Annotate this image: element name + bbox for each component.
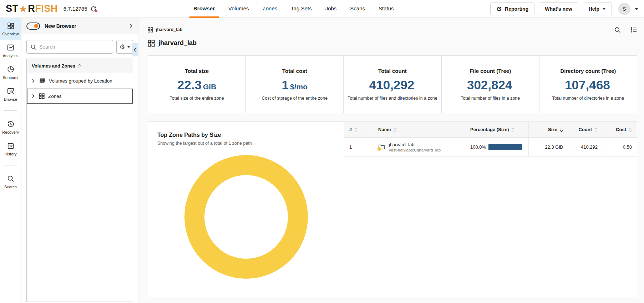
zone-path: vast-holylabs:C/jharvard_lab	[389, 148, 441, 152]
tree-item-label: Zones	[48, 94, 62, 99]
tab-tag-sets[interactable]: Tag Sets	[284, 0, 318, 18]
new-browser-header: New Browser	[21, 18, 138, 34]
chart-title: Top Zone Paths by Size	[157, 132, 335, 138]
tree-item-volumes-grouped-by-location[interactable]: Volumes grouped by Location	[27, 73, 133, 89]
sidebar-item-recovery[interactable]: Recovery	[0, 116, 21, 138]
version-number: 6.7.12785	[64, 6, 87, 12]
logo-text-st: ST	[6, 3, 19, 14]
stat-desc: Cost of storage of the entire zone	[262, 96, 328, 101]
tree-item-zones[interactable]: Zones	[27, 89, 133, 104]
external-link-icon	[496, 6, 502, 12]
panel-search-input[interactable]	[39, 44, 109, 50]
sidebar-label-browse: Browse	[4, 97, 17, 101]
header-actions: Reporting What's new Help S	[490, 3, 638, 15]
avatar-chevron-down-icon[interactable]	[635, 8, 638, 10]
search-icon	[7, 175, 15, 183]
cell-index: 1	[344, 138, 373, 156]
cell-cost: 0.58	[603, 138, 637, 156]
sunburst-icon	[7, 65, 15, 73]
sidebar-label-analytics: Analytics	[2, 54, 18, 58]
top-zone-paths-card: Top Zone Paths by Size Showing the large…	[148, 121, 637, 297]
chevron-down-icon	[602, 8, 606, 10]
volumes-zones-tree: Volumes and Zones Volumes grouped by Loc…	[26, 59, 133, 302]
tab-volumes[interactable]: Volumes	[222, 0, 256, 18]
search-input-icon	[30, 44, 36, 50]
panel-collapse-tab[interactable]	[132, 43, 138, 56]
chart-subtitle: Showing the largest out of a total of 1 …	[157, 141, 335, 146]
stat-directory-count-tree: Directory count (Tree) 107,468 Total num…	[539, 56, 637, 113]
sidebar-label-search: Search	[4, 185, 17, 189]
new-browser-toggle[interactable]	[26, 23, 40, 30]
sidebar-label-recovery: Recovery	[2, 130, 19, 134]
top-zone-paths-chart-pane: Top Zone Paths by Size Showing the large…	[148, 122, 344, 297]
stat-label: Total count	[378, 68, 407, 74]
sidebar-item-history[interactable]: History	[0, 138, 21, 160]
sort-icon	[78, 64, 81, 68]
logo-text-r: R	[28, 3, 35, 14]
chevron-right-icon[interactable]	[31, 79, 35, 83]
user-avatar[interactable]: S	[618, 3, 630, 15]
zone-name[interactable]: jharvard_lab	[389, 142, 441, 147]
analytics-icon	[7, 44, 15, 51]
tab-jobs[interactable]: Jobs	[319, 0, 344, 18]
tab-zones[interactable]: Zones	[256, 0, 284, 18]
panel-settings-button[interactable]: ⚙	[116, 40, 133, 54]
col-header-size[interactable]: Size	[529, 122, 568, 137]
col-header-name[interactable]: Name	[373, 122, 465, 137]
col-header-cost[interactable]: Cost	[603, 122, 637, 137]
search-icon[interactable]	[614, 26, 621, 33]
main-content: jharvard_lab jharvard_lab	[138, 18, 644, 303]
panel-search-row: ⚙	[21, 34, 138, 59]
breadcrumb-label: jharvard_lab	[156, 27, 182, 32]
chevron-right-icon[interactable]	[31, 94, 35, 98]
chevron-left-icon	[133, 48, 137, 52]
new-browser-label: New Browser	[45, 23, 76, 29]
col-header-count[interactable]: Count	[568, 122, 603, 137]
percentage-label: 100.0%	[470, 144, 486, 150]
refresh-alert-dot	[95, 10, 97, 12]
panel-expand-icon[interactable]	[128, 24, 133, 28]
sidebar-divider	[4, 110, 17, 111]
starfish-star-icon: ★	[19, 3, 28, 15]
donut-chart[interactable]	[184, 155, 308, 279]
zones-icon	[39, 93, 45, 99]
tree-item-label: Volumes grouped by Location	[49, 78, 112, 84]
chevron-down-icon	[127, 46, 130, 48]
help-label: Help	[589, 6, 599, 12]
tree-header[interactable]: Volumes and Zones	[27, 59, 133, 73]
tree-header-label: Volumes and Zones	[32, 63, 75, 69]
sidebar-label-sunburst: Sunburst	[2, 75, 18, 80]
table-row[interactable]: 1 jharvard_lab vast-holylabs:C/jharvard_…	[344, 138, 637, 157]
sort-desc-active-icon	[560, 128, 563, 132]
tab-browser[interactable]: Browser	[187, 0, 222, 18]
cell-count: 410,292	[568, 138, 603, 156]
zone-color-dot	[377, 147, 381, 151]
cell-name: jharvard_lab vast-holylabs:C/jharvard_la…	[373, 138, 465, 156]
volumes-group-icon	[39, 78, 45, 84]
panel-search-box	[26, 40, 113, 54]
stat-label: Total size	[185, 68, 209, 74]
reporting-button[interactable]: Reporting	[490, 3, 534, 15]
whats-new-button[interactable]: What's new	[539, 3, 578, 15]
sidebar-item-overview[interactable]: Overview	[0, 18, 21, 40]
breadcrumb[interactable]: jharvard_lab	[148, 27, 182, 33]
column-settings-icon[interactable]	[630, 26, 637, 33]
stat-label: Total cost	[282, 68, 307, 74]
breadcrumb-row: jharvard_lab	[148, 25, 637, 34]
sidebar-item-analytics[interactable]: Analytics	[0, 40, 21, 61]
help-button[interactable]: Help	[583, 3, 612, 15]
col-header-percentage-size[interactable]: Percentage (Size)	[465, 122, 529, 137]
browse-icon	[7, 87, 15, 95]
cell-percentage: 100.0%	[465, 138, 529, 156]
stat-total-count: Total count 410,292 Total number of file…	[343, 56, 441, 113]
sidebar-item-sunburst[interactable]: Sunburst	[0, 61, 21, 83]
tab-scans[interactable]: Scans	[343, 0, 372, 18]
starfish-logo: ST★RFISH	[6, 3, 58, 15]
folder-icon	[378, 144, 385, 150]
tab-status[interactable]: Status	[372, 0, 401, 18]
sidebar-item-search[interactable]: Search	[0, 171, 21, 193]
refresh-status-icon[interactable]	[90, 6, 97, 12]
sidebar-item-browse[interactable]: Browse	[0, 83, 21, 105]
stat-total-cost: Total cost 1$/mo Cost of storage of the …	[245, 56, 343, 113]
col-header-index[interactable]: #	[344, 122, 373, 137]
